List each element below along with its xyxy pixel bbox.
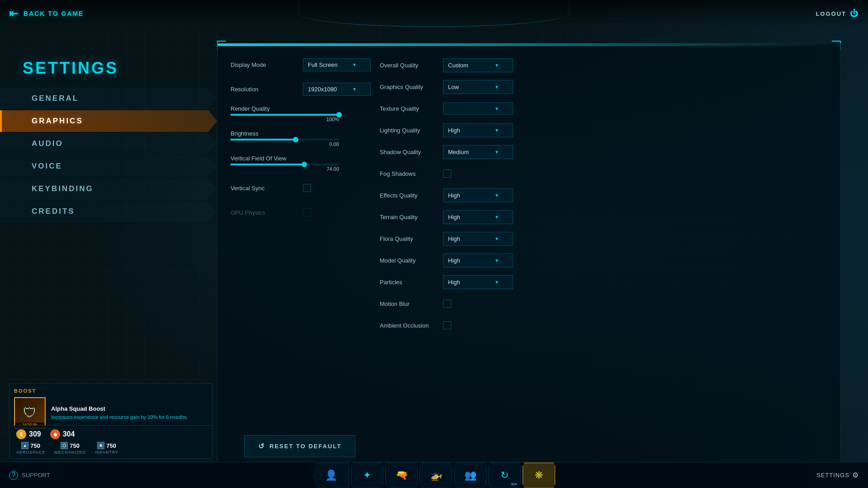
shadow-quality-arrow-icon: ▼ xyxy=(495,150,499,155)
brightness-slider[interactable]: 0.00 xyxy=(231,139,339,147)
settings-title: SETTINGS xyxy=(0,54,217,87)
particles-label: Particles xyxy=(380,279,443,286)
terrain-quality-row: Terrain Quality High ▼ xyxy=(380,208,520,225)
logout-button[interactable]: LOGOUT ⏻ xyxy=(816,9,859,19)
resource-aerospace: ▲ 750 AEROSPACE xyxy=(16,442,45,455)
vertical-fov-label: Vertical Field Of View xyxy=(231,155,303,162)
support-button[interactable]: ? SUPPORT xyxy=(9,471,50,480)
gpu-physics-row: GPU Physics xyxy=(231,204,375,221)
vertical-sync-row: Vertical Sync xyxy=(231,180,375,196)
reset-label: RESET TO DEFAULT xyxy=(269,443,341,450)
group-icon: 👥 xyxy=(464,469,476,481)
overall-quality-dropdown[interactable]: Custom ▼ xyxy=(443,58,513,72)
vertical-sync-label: Vertical Sync xyxy=(231,185,303,192)
effects-quality-label: Effects Quality xyxy=(380,192,443,199)
flora-quality-value: High xyxy=(448,235,460,242)
resource-mechanized: ⬡ 750 MECHANIZED xyxy=(54,442,86,455)
sidebar-item-audio[interactable]: AUDIO xyxy=(0,133,217,155)
leaf-icon: ❋ xyxy=(535,469,543,481)
resolution-arrow-icon: ▼ xyxy=(352,87,357,92)
settings-bottom-button[interactable]: SETTINGS ⚙ xyxy=(816,471,859,479)
refresh-badge: 304 xyxy=(511,482,517,486)
display-mode-value: Full Screen xyxy=(308,61,338,68)
ambient-occlusion-row: Ambient Occlusion xyxy=(380,317,520,334)
support-label: SUPPORT xyxy=(22,472,50,479)
display-mode-label: Display Mode xyxy=(231,61,303,68)
lighting-quality-dropdown[interactable]: High ▼ xyxy=(443,123,513,137)
currency-bar: $ 309 ◈ 304 ▲ 750 AEROSPACE ⬡ 750 MECHAN… xyxy=(9,425,212,459)
sidebar-item-general[interactable]: GENERAL xyxy=(0,88,217,109)
render-quality-slider[interactable]: 100% xyxy=(231,114,339,122)
render-quality-label: Render Quality xyxy=(231,105,303,112)
infantry-icon: ★ xyxy=(97,442,104,449)
gold-icon: $ xyxy=(16,429,26,439)
graphics-quality-value: Low xyxy=(448,84,459,90)
overall-quality-arrow-icon: ▼ xyxy=(495,63,499,68)
resource-infantry: ★ 750 INFANTRY xyxy=(95,442,118,455)
model-quality-dropdown[interactable]: High ▼ xyxy=(443,253,513,267)
effects-quality-dropdown[interactable]: High ▼ xyxy=(443,188,513,202)
shadow-quality-dropdown[interactable]: Medium ▼ xyxy=(443,145,513,159)
topbar: ⇤ BACK TO GAME LOGOUT ⏻ xyxy=(0,0,868,27)
overall-quality-label: Overall Quality xyxy=(380,62,443,69)
lighting-quality-arrow-icon: ▼ xyxy=(495,128,499,133)
sidebar-item-graphics[interactable]: GRAPHICS xyxy=(0,110,217,132)
gold-currency: $ 309 xyxy=(16,429,41,439)
sidebar-item-label-audio: AUDIO xyxy=(32,139,63,148)
fog-shadows-checkbox[interactable] xyxy=(443,169,451,178)
display-mode-dropdown[interactable]: Full Screen ▼ xyxy=(303,58,371,71)
vertical-sync-checkbox[interactable] xyxy=(303,184,311,192)
nav-soldier-button[interactable]: 👤 xyxy=(313,463,349,488)
vertical-fov-row: Vertical Field Of View 74.00 xyxy=(231,155,375,172)
flora-quality-row: Flora Quality High ▼ xyxy=(380,230,520,247)
aerospace-icon: ▲ xyxy=(21,442,28,449)
model-quality-value: High xyxy=(448,257,460,264)
particles-arrow-icon: ▼ xyxy=(495,280,499,285)
brightness-row: Brightness 0.00 xyxy=(231,130,375,147)
resolution-row: Resolution 868x488 ▼ xyxy=(231,81,375,97)
sidebar-item-label-credits: CREDITS xyxy=(32,207,75,216)
boost-name: Alpha Squad Boost xyxy=(51,405,188,412)
boost-info: Alpha Squad Boost Increases experience a… xyxy=(51,405,188,421)
nav-vehicles-button[interactable]: 🚁 xyxy=(420,463,452,488)
nav-squad-button[interactable]: ✦ xyxy=(351,463,383,488)
settings-gear-icon: ⚙ xyxy=(852,471,859,479)
sidebar-item-keybinding[interactable]: KEYBINDING xyxy=(0,178,217,200)
graphics-quality-label: Graphics Quality xyxy=(380,84,443,90)
lighting-quality-label: Lighting Quality xyxy=(380,127,443,134)
motion-blur-checkbox[interactable] xyxy=(443,300,451,308)
nav-refresh-button[interactable]: ↻ 304 xyxy=(488,463,521,488)
sidebar-item-credits[interactable]: CREDITS xyxy=(0,201,217,222)
brightness-handle[interactable] xyxy=(293,137,298,142)
panel-header-decoration xyxy=(217,43,840,46)
graphics-quality-arrow-icon: ▼ xyxy=(495,84,499,89)
flora-quality-dropdown[interactable]: High ▼ xyxy=(443,232,513,246)
terrain-quality-dropdown[interactable]: High ▼ xyxy=(443,210,513,224)
texture-quality-dropdown[interactable]: ▼ xyxy=(443,103,513,115)
vertical-fov-slider[interactable]: 74.00 xyxy=(231,164,339,172)
fog-shadows-label: Fog Shadows xyxy=(380,170,443,177)
aerospace-amount: 750 xyxy=(30,442,40,449)
nav-weapons-button[interactable]: 🔫 xyxy=(385,463,418,488)
support-icon: ? xyxy=(9,471,18,480)
particles-dropdown[interactable]: High ▼ xyxy=(443,275,513,289)
resolution-dropdown[interactable]: 868x488 ▼ xyxy=(303,83,371,96)
graphics-quality-dropdown[interactable]: Low ▼ xyxy=(443,80,513,94)
brightness-fill xyxy=(231,139,296,141)
logout-label: LOGOUT xyxy=(816,10,846,17)
effects-quality-arrow-icon: ▼ xyxy=(495,193,499,198)
ambient-occlusion-checkbox[interactable] xyxy=(443,321,451,329)
nav-leaf-button[interactable]: ❋ xyxy=(523,463,555,488)
sidebar-item-voice[interactable]: VOICE xyxy=(0,155,217,177)
squad-icon: ✦ xyxy=(363,469,371,481)
render-quality-handle[interactable] xyxy=(336,112,342,117)
settings-bottom-label: SETTINGS xyxy=(816,472,849,479)
reset-to-default-button[interactable]: ↺ RESET TO DEFAULT xyxy=(244,435,355,457)
ambient-occlusion-label: Ambient Occlusion xyxy=(380,322,443,329)
mechanized-icon: ⬡ xyxy=(61,442,68,449)
nav-group-button[interactable]: 👥 xyxy=(454,463,486,488)
model-quality-label: Model Quality xyxy=(380,257,443,264)
back-to-game-button[interactable]: ⇤ BACK TO GAME xyxy=(9,7,84,20)
aerospace-label: AEROSPACE xyxy=(16,450,45,455)
reset-icon: ↺ xyxy=(258,442,265,450)
